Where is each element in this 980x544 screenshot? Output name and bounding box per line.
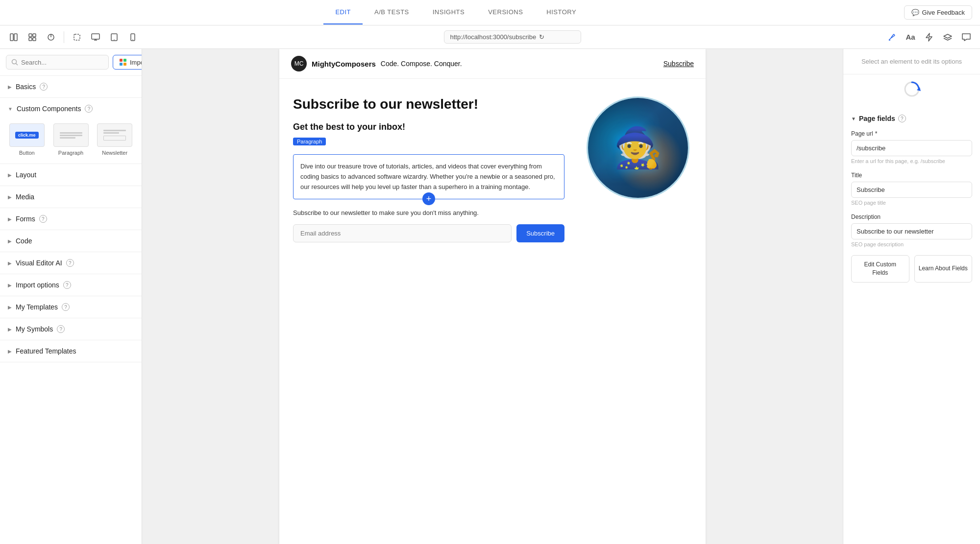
import-button[interactable]: Import	[113, 55, 142, 70]
desktop-icon	[91, 33, 100, 41]
section-my-symbols: ▶ My Symbols ?	[0, 318, 142, 340]
design-tool-button[interactable]	[884, 29, 900, 45]
layers-icon	[943, 34, 952, 41]
grid-view-button[interactable]	[24, 29, 40, 45]
tab-versions[interactable]: VERSIONS	[476, 0, 535, 24]
learn-about-fields-button[interactable]: Learn About Fields	[914, 255, 973, 283]
svg-point-13	[114, 39, 115, 40]
description-hint: SEO page description	[851, 241, 972, 247]
canvas-area: MC MightyComposers Code. Compose. Conque…	[142, 49, 843, 544]
basics-help-icon[interactable]: ?	[40, 83, 48, 91]
section-forms-header[interactable]: ▶ Forms ?	[0, 208, 142, 230]
url-display[interactable]: http://localhost:3000/subscribe ↻	[444, 30, 581, 44]
layout-toggle-button[interactable]	[6, 29, 22, 45]
section-my-templates-header[interactable]: ▶ My Templates ?	[0, 296, 142, 318]
title-input[interactable]	[851, 182, 972, 198]
top-nav: EDIT A/B TESTS INSIGHTS VERSIONS HISTORY…	[0, 0, 980, 25]
desktop-view-button[interactable]	[88, 29, 103, 45]
section-visual-editor-ai-header[interactable]: ▶ Visual Editor AI ?	[0, 252, 142, 274]
paragraph-text-box[interactable]: Dive into our treasure trove of tutorial…	[293, 154, 564, 199]
custom-components-help-icon[interactable]: ?	[85, 105, 93, 113]
svg-rect-4	[29, 38, 32, 41]
section-my-symbols-header[interactable]: ▶ My Symbols ?	[0, 318, 142, 340]
tab-ab-tests[interactable]: A/B TESTS	[363, 0, 421, 24]
paragraph-preview	[53, 123, 89, 147]
subscribe-form-button[interactable]: Subscribe	[516, 224, 564, 242]
forms-help-icon[interactable]: ?	[39, 215, 47, 223]
power-button[interactable]	[43, 29, 59, 45]
ai-help-icon[interactable]: ?	[66, 259, 74, 267]
component-newsletter[interactable]: Newsletter	[96, 123, 134, 156]
description-group: Description SEO page description	[851, 213, 972, 247]
tab-history[interactable]: HISTORY	[535, 0, 588, 24]
edit-custom-fields-button[interactable]: Edit Custom Fields	[851, 255, 909, 283]
chevron-right-icon-layout: ▶	[8, 172, 12, 178]
section-featured-templates-header[interactable]: ▶ Featured Templates	[0, 340, 142, 362]
svg-rect-1	[14, 34, 17, 41]
chevron-right-icon-templates: ▶	[8, 305, 12, 310]
section-basics: ▶ Basics ?	[0, 76, 142, 98]
search-wrapper	[6, 55, 109, 70]
chevron-right-icon-import: ▶	[8, 283, 12, 288]
page-url-label: Page url *	[851, 130, 972, 137]
title-group: Title SEO page title	[851, 172, 972, 206]
page-url-input[interactable]	[851, 140, 972, 156]
add-element-button[interactable]: +	[422, 192, 435, 205]
symbols-help-icon[interactable]: ?	[57, 325, 65, 333]
mobile-view-button[interactable]	[125, 29, 141, 45]
page-fields-help-icon[interactable]: ?	[898, 115, 906, 122]
power-icon	[47, 33, 55, 41]
comments-button[interactable]	[958, 29, 974, 45]
templates-help-icon[interactable]: ?	[62, 303, 70, 311]
description-input[interactable]	[851, 223, 972, 239]
email-input[interactable]	[293, 224, 512, 242]
select-tool-button[interactable]	[69, 29, 85, 45]
subscribe-link[interactable]: Subscribe	[663, 60, 694, 68]
nav-tabs: EDIT A/B TESTS INSIGHTS VERSIONS HISTORY	[8, 0, 904, 24]
components-grid: click.me Button Paragraph	[0, 119, 142, 164]
search-input[interactable]	[21, 59, 103, 66]
refresh-icon[interactable]: ↻	[539, 33, 544, 41]
section-custom-components-header[interactable]: ▼ Custom Components ?	[0, 98, 142, 119]
grid-icon	[28, 33, 36, 41]
component-button[interactable]: click.me Button	[8, 123, 46, 156]
section-media-header[interactable]: ▶ Media	[0, 186, 142, 208]
chevron-right-icon: ▶	[8, 84, 12, 90]
nav-right: 💬 Give Feedback	[904, 5, 972, 20]
page-url-group: Page url * Enter a url for this page, e.…	[851, 130, 972, 164]
svg-line-17	[16, 64, 18, 66]
lightning-button[interactable]	[921, 29, 937, 45]
component-paragraph[interactable]: Paragraph	[52, 123, 90, 156]
content-left: Subscribe to our newsletter! Get the bes…	[293, 96, 564, 242]
right-panel: Select an element to edit its options ▼ …	[843, 49, 980, 544]
give-feedback-button[interactable]: 💬 Give Feedback	[904, 5, 972, 20]
section-import-options-header[interactable]: ▶ Import options ?	[0, 274, 142, 296]
main-layout: Import ▶ Basics ? ▼ Custom Components ? …	[0, 49, 980, 544]
typography-button[interactable]: Aa	[903, 29, 918, 45]
chevron-right-icon-featured: ▶	[8, 349, 12, 354]
import-help-icon[interactable]: ?	[63, 281, 71, 289]
comments-icon	[962, 33, 971, 41]
brand-logo: MC	[291, 56, 307, 71]
section-import-options: ▶ Import options ?	[0, 274, 142, 296]
toolbar-left	[6, 29, 141, 45]
svg-point-16	[12, 60, 17, 64]
section-my-templates: ▶ My Templates ?	[0, 296, 142, 318]
tablet-view-button[interactable]	[106, 29, 122, 45]
tab-edit[interactable]: EDIT	[323, 0, 363, 24]
toolbar-separator	[64, 31, 64, 43]
section-basics-header[interactable]: ▶ Basics ?	[0, 76, 142, 97]
search-icon	[11, 59, 18, 66]
page-fields-header[interactable]: ▼ Page fields ?	[851, 115, 972, 122]
section-layout-header[interactable]: ▶ Layout	[0, 164, 142, 186]
hero-image: 🧙	[587, 96, 689, 199]
layers-button[interactable]	[940, 29, 956, 45]
page-url-hint: Enter a url for this page, e.g. /subscri…	[851, 158, 972, 164]
design-icon	[887, 33, 896, 42]
url-bar: http://localhost:3000/subscribe ↻	[145, 30, 880, 44]
page-fields-title: Page fields	[859, 115, 895, 122]
left-sidebar: Import ▶ Basics ? ▼ Custom Components ? …	[0, 49, 142, 544]
section-media: ▶ Media	[0, 186, 142, 208]
section-code-header[interactable]: ▶ Code	[0, 230, 142, 252]
tab-insights[interactable]: INSIGHTS	[421, 0, 476, 24]
